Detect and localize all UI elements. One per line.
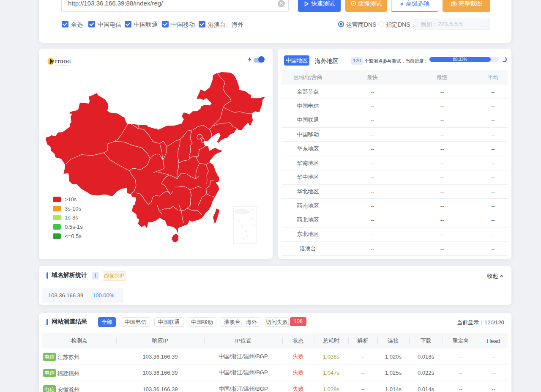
svg-text:ITDOG: ITDOG [55, 59, 71, 64]
svg-text:www.itdog.cn: www.itdog.cn [55, 64, 68, 66]
